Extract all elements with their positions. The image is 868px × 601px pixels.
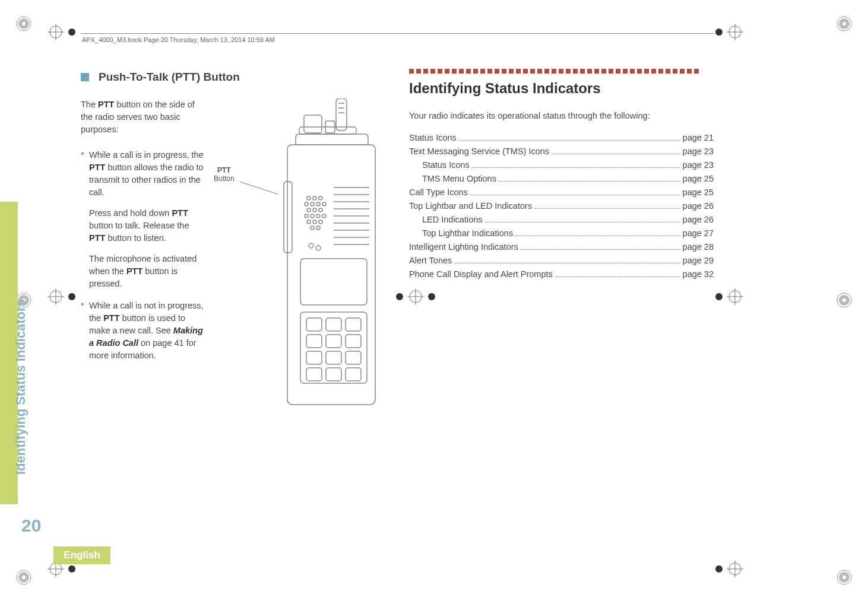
svg-point-12 [50,26,62,38]
svg-point-11 [841,297,848,304]
svg-point-52 [305,202,308,206]
toc-row: Status Iconspage 23 [409,159,714,171]
text-bold: PTT [172,208,188,218]
toc-row-page: page 27 [683,227,714,240]
dash-icon [687,69,692,74]
svg-point-7 [841,574,848,581]
svg-point-1 [20,20,27,27]
svg-point-58 [319,208,322,212]
svg-point-92 [316,246,321,250]
toc-row-label: Status Icons [422,159,470,171]
toc-row-label: Status Icons [409,132,457,144]
svg-point-54 [316,202,320,206]
svg-point-65 [319,220,322,224]
svg-rect-79 [306,318,322,331]
dash-icon [487,69,492,74]
register-mark [715,561,743,577]
toc-row-dots [521,249,680,250]
text-bold: PTT [126,266,142,276]
toc-row-page: page 23 [683,159,714,171]
dash-icon [523,69,528,74]
svg-point-55 [322,202,326,206]
dash-icon [637,69,642,74]
svg-point-63 [307,220,311,224]
text: Press and hold down [89,208,172,218]
svg-point-15 [68,28,75,36]
ptt-bullet-1: While a call is in progress, the PTT but… [81,149,205,290]
ptt-bullet-2: While a call is not in progress, the PTT… [81,300,205,362]
toc-row-dots [472,167,680,168]
left-column: Push-To-Talk (PTT) Button The PTT button… [81,69,385,530]
text: Button [214,174,235,183]
dash-icon [466,69,471,74]
dash-icon [409,69,414,74]
svg-rect-48 [284,182,292,253]
svg-rect-89 [326,368,341,381]
svg-point-37 [715,293,723,300]
heading-square-icon [81,73,89,81]
page-number: 20 [21,516,41,536]
toc-row-page: page 25 [683,173,714,185]
ptt-body: The PTT button on the side of the radio … [81,98,385,530]
page-header-text: APX_4000_M3.book Page 20 Thursday, March… [82,36,275,43]
dash-icon [658,69,663,74]
svg-rect-77 [300,259,367,305]
svg-rect-85 [306,351,322,364]
dash-icon [666,69,670,74]
svg-point-56 [307,208,311,212]
toc-row-page: page 26 [683,214,714,226]
ptt-bullet-1-sub1: Press and hold down PTT button to talk. … [89,207,205,244]
right-lead-paragraph: Your radio indicates its operational sta… [409,110,714,122]
svg-rect-80 [326,318,341,331]
toc-row: Text Messaging Service (TMS) Iconspage 2… [409,145,714,158]
svg-point-38 [729,291,741,303]
dash-icon [416,69,421,74]
svg-point-10 [837,293,851,307]
toc-row: Status Iconspage 21 [409,132,714,144]
page-body: Push-To-Talk (PTT) Button The PTT button… [81,69,714,530]
text-bold: PTT [89,233,105,243]
register-mark [47,24,76,40]
printer-mark-mid-right [832,288,856,312]
text: button allows the radio to transmit to o… [89,163,204,197]
right-column: Identifying Status Indicators Your radio… [409,69,714,530]
svg-point-2 [837,17,851,31]
toc-row-page: page 26 [683,200,714,212]
dash-icon [473,69,478,74]
svg-rect-86 [326,351,341,364]
dash-icon [544,69,549,74]
dash-icon [644,69,649,74]
ptt-bullet-1-sub2: The microphone is activated when the PTT… [89,253,205,290]
dash-icon [459,69,464,74]
toc-row-label: Alert Tones [409,255,452,267]
toc-row-dots [555,276,680,277]
svg-point-91 [309,243,313,248]
register-mark [715,24,743,40]
svg-point-5 [20,574,27,581]
svg-point-53 [311,202,314,206]
dash-icon [609,69,613,74]
left-heading-row: Push-To-Talk (PTT) Button [81,69,385,85]
dash-icon [502,69,506,74]
dash-icon [423,69,428,74]
svg-point-16 [50,563,62,575]
dash-icon [651,69,656,74]
svg-point-60 [311,214,314,218]
dash-icon [616,69,620,74]
svg-point-0 [17,17,31,31]
dash-icon [673,69,677,74]
toc-row-dots [552,154,680,154]
svg-rect-84 [346,335,361,348]
dash-icon [495,69,499,74]
svg-point-19 [68,565,75,573]
toc-row-label: LED Indications [422,214,483,226]
toc-row: LED Indicationspage 26 [409,214,714,226]
svg-point-57 [313,208,316,212]
dash-icon [630,69,635,74]
svg-point-64 [313,220,316,224]
side-chapter-title-text: Identifying Status Indicators [13,299,28,475]
svg-rect-82 [306,335,322,348]
toc-row-label: Text Messaging Service (TMS) Icons [409,145,549,158]
toc-row-dots [534,208,680,209]
svg-point-67 [316,226,320,230]
